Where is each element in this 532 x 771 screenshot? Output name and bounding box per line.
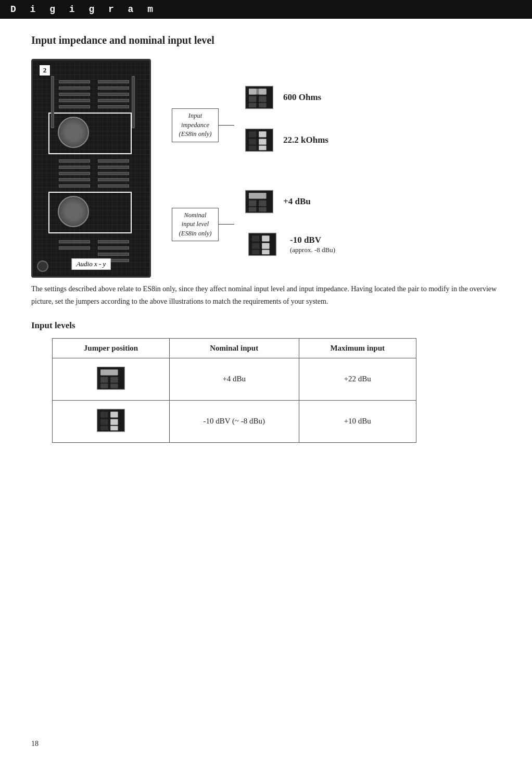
levels-table: Jumper position Nominal input Maximum in… xyxy=(52,338,416,443)
table-row: -10 dBV (~ -8 dBu) +10 dBu xyxy=(53,400,416,442)
svg-rect-35 xyxy=(100,412,108,417)
svg-rect-36 xyxy=(110,412,118,417)
col-header-nominal: Nominal input xyxy=(170,338,299,358)
impedance-label: Input impedance (ES8in only) xyxy=(172,108,219,142)
svg-rect-17 xyxy=(249,201,256,206)
table-cell-jumper-2 xyxy=(53,400,170,442)
table-row: +4 dBu +22 dBu xyxy=(53,358,416,400)
svg-rect-40 xyxy=(110,426,118,430)
table-cell-maximum-2: +10 dBu xyxy=(299,400,416,442)
svg-rect-6 xyxy=(249,103,256,107)
pcb-number: 2 xyxy=(39,65,50,76)
value-plus4: +4 dBu xyxy=(283,196,335,207)
svg-rect-29 xyxy=(100,369,118,375)
jumper-icon-600 xyxy=(245,85,274,110)
table-jumper-icon-1 xyxy=(96,366,125,391)
svg-rect-27 xyxy=(262,250,270,254)
pcb-container: 2 xyxy=(31,59,167,283)
value-22k: 22.2 kOhms xyxy=(283,135,335,145)
svg-rect-19 xyxy=(249,207,256,212)
col-header-maximum: Maximum input xyxy=(299,338,416,358)
nominal-label: Nominal input level (ES8in only) xyxy=(172,208,219,242)
jumper-icon-22k xyxy=(245,128,274,153)
svg-rect-14 xyxy=(259,145,266,150)
col-header-jumper: Jumper position xyxy=(53,338,170,358)
svg-rect-30 xyxy=(100,377,108,382)
svg-rect-18 xyxy=(259,201,266,206)
jumper-option-minus10: -10 dBV (approx. -8 dBu) xyxy=(245,232,335,257)
page-number: 18 xyxy=(31,740,39,748)
jumper-option-600: 600 Ohms xyxy=(245,85,335,110)
svg-rect-33 xyxy=(110,383,118,388)
svg-rect-20 xyxy=(259,207,266,212)
jumper-option-22k: 22.2 kOhms xyxy=(245,128,335,153)
jumper-options-column: 600 Ohms xyxy=(245,59,335,266)
nominal-label-group: Nominal input level (ES8in only) xyxy=(172,208,234,242)
value-600: 600 Ohms xyxy=(283,92,335,103)
table-cell-nominal-1: +4 dBu xyxy=(170,358,299,400)
svg-rect-32 xyxy=(100,383,108,388)
svg-rect-12 xyxy=(259,139,266,145)
svg-rect-11 xyxy=(249,139,256,145)
value-minus10: -10 dBV (approx. -8 dBu) xyxy=(290,235,335,254)
svg-rect-16 xyxy=(249,193,267,198)
table-cell-nominal-2: -10 dBV (~ -8 dBu) xyxy=(170,400,299,442)
svg-rect-3 xyxy=(249,89,267,94)
header-bar: D i g i g r a m xyxy=(0,0,532,19)
impedance-label-group: Input impedance (ES8in only) xyxy=(172,108,234,142)
body-paragraph: The settings described above relate to E… xyxy=(31,283,500,308)
svg-rect-23 xyxy=(262,235,270,241)
diagram-area: 2 xyxy=(31,59,501,283)
svg-rect-31 xyxy=(110,377,118,382)
table-cell-jumper-1 xyxy=(53,358,170,400)
svg-rect-24 xyxy=(252,243,259,249)
section-title: Input impedance and nominal input level xyxy=(31,34,501,46)
jumper-icon-minus10 xyxy=(248,232,277,257)
svg-rect-4 xyxy=(249,96,256,102)
svg-rect-9 xyxy=(249,131,256,137)
jumper-icon-plus4 xyxy=(245,189,274,214)
table-cell-maximum-1: +22 dBu xyxy=(299,358,416,400)
jumper-option-plus4: +4 dBu xyxy=(245,189,335,214)
svg-rect-10 xyxy=(259,131,266,137)
table-jumper-icon-2 xyxy=(96,408,125,433)
input-levels-title: Input levels xyxy=(31,320,501,331)
label-column: Input impedance (ES8in only) Nominal inp… xyxy=(172,59,234,278)
brand-name: D i g i g r a m xyxy=(10,4,157,15)
svg-rect-5 xyxy=(259,96,266,102)
svg-rect-38 xyxy=(110,419,118,425)
svg-rect-37 xyxy=(100,419,108,425)
svg-rect-13 xyxy=(249,145,256,150)
svg-rect-25 xyxy=(262,243,270,249)
pcb-audio-label: Audio x - y xyxy=(72,258,111,270)
svg-rect-39 xyxy=(100,426,108,430)
pcb-board: 2 xyxy=(31,59,151,278)
svg-rect-26 xyxy=(252,250,259,254)
svg-rect-7 xyxy=(259,103,266,107)
svg-rect-22 xyxy=(252,235,259,241)
